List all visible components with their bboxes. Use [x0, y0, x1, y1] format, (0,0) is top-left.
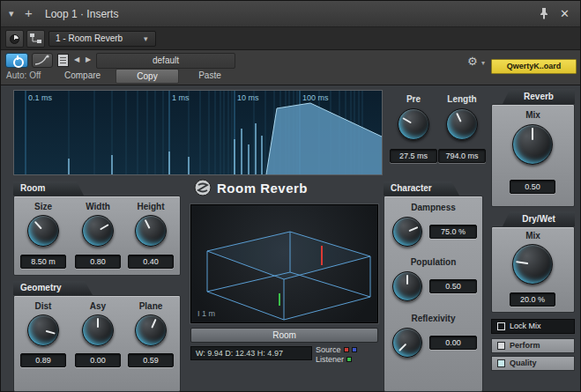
pre-value[interactable]: 27.5 ms [390, 149, 437, 163]
routing-button[interactable] [26, 30, 45, 48]
presonus-logo-icon [194, 179, 212, 200]
window-title: Loop 1 · Inserts [45, 8, 118, 20]
preset-bar: ◀ ▶ default Auto: Off Compare Copy Paste… [1, 50, 580, 85]
close-icon[interactable]: ✕ [560, 7, 570, 20]
titlebar: ▾ + Loop 1 · Inserts ✕ [1, 1, 580, 27]
tab-drywet: Dry/Wet [503, 211, 575, 226]
reflexivity-label: Reflexivity [384, 314, 483, 323]
time-label: 0.1 ms [28, 93, 52, 102]
asy-knob[interactable] [82, 314, 114, 346]
add-insert-icon[interactable]: + [25, 5, 33, 20]
source-label: Source [316, 345, 341, 354]
dist-value[interactable]: 0.89 [20, 353, 66, 367]
perform-label: Perform [510, 339, 540, 352]
dimensions-readout: W: 9.94 D: 12.43 H: 4.97 [190, 346, 312, 360]
next-preset-icon[interactable]: ▶ [86, 55, 91, 63]
drywet-mix-label: Mix [491, 231, 575, 240]
impulse-response-graph [14, 91, 382, 174]
room-wireframe [191, 205, 377, 322]
gear-icon[interactable]: ⚙ [467, 55, 478, 68]
reverb-mix-label: Mix [491, 110, 575, 120]
source-blue-chip [352, 347, 357, 352]
drywet-mix-knob[interactable] [512, 244, 553, 285]
listener-label: Listener [316, 355, 344, 364]
population-value[interactable]: 0.50 [429, 279, 477, 293]
routing-icon [27, 31, 44, 47]
lock-mix-toggle[interactable]: Lock Mix [491, 319, 575, 334]
insert-slot-label: 1 - Room Reverb [56, 33, 123, 43]
quality-checkbox[interactable] [497, 359, 505, 367]
window-menu-caret-icon[interactable]: ▾ [9, 8, 14, 19]
preset-name-field[interactable]: default [96, 53, 235, 69]
population-knob[interactable] [392, 271, 422, 301]
asy-value[interactable]: 0.00 [75, 353, 121, 367]
quality-toggle[interactable]: Quality [491, 356, 575, 371]
dampness-knob[interactable] [392, 217, 422, 247]
automation-curve-button[interactable] [32, 53, 53, 68]
pre-label: Pre [391, 94, 436, 104]
listener-green-chip [346, 357, 352, 362]
lock-mix-checkbox[interactable] [497, 322, 505, 330]
width-value[interactable]: 0.80 [75, 255, 121, 269]
listener-legend: Listener [316, 355, 352, 364]
dist-label: Dist [19, 301, 67, 311]
time-label: 100 ms [302, 93, 329, 102]
size-value[interactable]: 8.50 m [20, 255, 66, 269]
length-label: Length [438, 94, 486, 104]
plugin-window: ▾ + Loop 1 · Inserts ✕ 1 - Room Reverb ▾ [0, 0, 581, 392]
scale-label: I 1 m [197, 309, 215, 318]
height-knob[interactable] [135, 215, 167, 247]
reverb-mix-value[interactable]: 0.50 [510, 180, 555, 194]
height-label: Height [127, 202, 175, 211]
lock-mix-label: Lock Mix [510, 320, 541, 333]
tab-reverb: Reverb [503, 89, 575, 104]
asy-label: Asy [74, 301, 122, 311]
time-label: 1 ms [172, 93, 190, 102]
room-3d-view[interactable]: I 1 m [190, 204, 378, 323]
dampness-label: Dampness [384, 203, 483, 212]
height-value[interactable]: 0.40 [128, 255, 174, 269]
plane-value[interactable]: 0.59 [128, 353, 174, 367]
plane-knob[interactable] [135, 314, 167, 346]
room-type-button[interactable]: Room [190, 328, 378, 343]
drywet-mix-value[interactable]: 20.0 % [510, 292, 555, 307]
tab-room: Room [13, 181, 84, 196]
length-value[interactable]: 794.0 ms [438, 149, 486, 163]
length-knob[interactable] [446, 108, 478, 140]
size-knob[interactable] [27, 215, 59, 247]
pre-knob[interactable] [398, 108, 429, 140]
source-legend: Source [316, 345, 357, 354]
plugin-selector-bar: 1 - Room Reverb ▾ [1, 27, 580, 50]
width-knob[interactable] [82, 215, 114, 247]
plugin-title: Room Reverb [217, 181, 308, 196]
reverb-mix-knob[interactable] [512, 124, 553, 165]
reflexivity-value[interactable]: 0.00 [429, 336, 477, 350]
dampness-value[interactable]: 75.0 % [429, 225, 477, 239]
gear-caret-icon[interactable]: ▾ [481, 59, 485, 67]
tab-geometry: Geometry [13, 281, 93, 295]
tab-character: Character [384, 181, 459, 196]
keyboard-badge[interactable]: QwertyK..oard [491, 59, 577, 74]
population-label: Population [384, 257, 483, 267]
quality-label: Quality [510, 357, 537, 370]
chevron-down-icon: ▾ [144, 34, 148, 43]
reflexivity-knob[interactable] [392, 328, 422, 358]
insert-slot-select[interactable]: 1 - Room Reverb [48, 31, 156, 47]
perform-checkbox[interactable] [497, 342, 505, 350]
compare-button[interactable]: Compare [64, 70, 101, 80]
copy-button[interactable]: Copy [115, 69, 179, 84]
plane-label: Plane [127, 301, 175, 311]
editor-view-button[interactable] [5, 30, 24, 48]
knob-icon [10, 34, 19, 44]
perform-toggle[interactable]: Perform [491, 338, 575, 353]
preset-list-icon[interactable] [57, 54, 69, 67]
prev-preset-icon[interactable]: ◀ [74, 55, 79, 63]
dist-knob[interactable] [27, 314, 59, 346]
source-red-chip [344, 347, 349, 352]
bypass-power-button[interactable] [5, 53, 28, 68]
pin-icon[interactable] [539, 7, 549, 23]
auto-status-label[interactable]: Auto: Off [6, 70, 41, 80]
paste-button[interactable]: Paste [184, 69, 235, 84]
time-label: 10 ms [237, 93, 259, 102]
impulse-response-display: 0.1 ms 1 ms 10 ms 100 ms [13, 90, 383, 175]
